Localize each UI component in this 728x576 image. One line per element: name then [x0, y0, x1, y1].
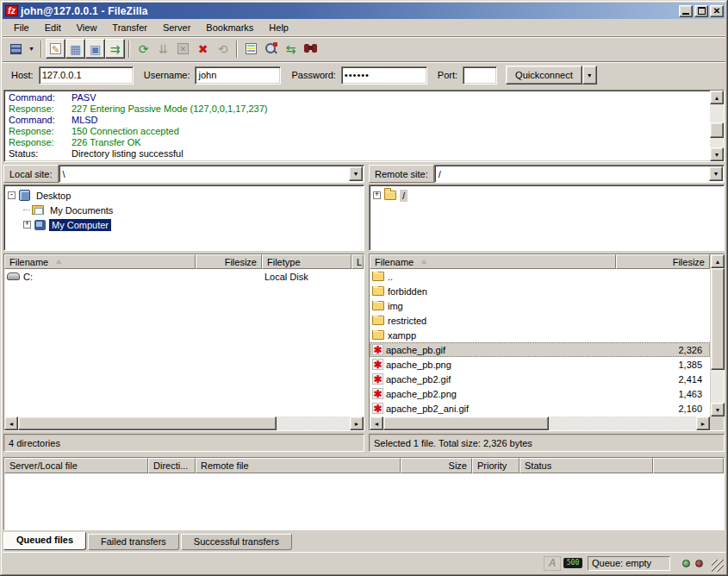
tree-item-root[interactable]: + /: [373, 188, 722, 203]
chevron-down-icon[interactable]: ▼: [349, 166, 363, 181]
folder-icon: [372, 316, 384, 325]
port-input[interactable]: [463, 66, 497, 85]
scroll-left-icon[interactable]: ◄: [4, 416, 18, 430]
menu-server[interactable]: Server: [155, 21, 198, 34]
speed-limit-icon[interactable]: 500: [563, 558, 582, 568]
file-search-button[interactable]: [301, 39, 320, 59]
refresh-button[interactable]: ⟳: [134, 39, 153, 59]
collapse-icon[interactable]: -: [8, 191, 16, 199]
tab-queued-files[interactable]: Queued files: [3, 532, 86, 550]
remote-dir-row[interactable]: forbidden: [370, 284, 710, 298]
menu-file[interactable]: File: [6, 21, 37, 34]
minimize-button[interactable]: [679, 5, 693, 17]
log-line: Response:227 Entering Passive Mode (127,…: [9, 103, 709, 115]
process-queue-button[interactable]: ⇊: [153, 39, 173, 59]
column-header-filename[interactable]: Filename▲: [370, 254, 616, 269]
transfer-type-icon[interactable]: A: [544, 556, 561, 571]
scroll-right-icon[interactable]: ►: [350, 416, 364, 430]
remote-directory-tree: + /: [369, 185, 725, 251]
menu-help[interactable]: Help: [261, 21, 296, 34]
toggle-local-tree-button[interactable]: ▦: [65, 39, 85, 59]
tree-item-my-documents[interactable]: My Documents: [8, 203, 362, 217]
close-button[interactable]: ✕: [710, 5, 724, 17]
remote-file-row[interactable]: ✱apache_pb2.gif 2,414: [370, 372, 710, 386]
password-input[interactable]: [341, 66, 427, 85]
drive-icon: [7, 272, 20, 280]
toggle-message-log-button[interactable]: ✎: [46, 39, 65, 59]
expand-icon[interactable]: +: [373, 191, 381, 199]
expand-icon[interactable]: +: [23, 221, 31, 229]
scroll-down-icon[interactable]: ▼: [710, 147, 724, 161]
scroll-right-icon[interactable]: ►: [696, 416, 710, 430]
remote-site-combobox[interactable]: / ▼: [434, 165, 725, 183]
synchronized-browsing-icon: ⇆: [286, 43, 296, 55]
local-directory-tree: - Desktop My Documents + My Computer: [3, 185, 364, 251]
reconnect-button[interactable]: ⟲: [213, 39, 233, 59]
quickconnect-dropdown[interactable]: ▼: [582, 66, 597, 85]
menu-view[interactable]: View: [69, 21, 105, 34]
scroll-up-icon[interactable]: ▲: [711, 254, 725, 268]
log-scrollbar[interactable]: ▲ ▼: [710, 91, 724, 161]
title-bar[interactable]: fz john@127.0.0.1 - FileZilla ✕: [3, 3, 725, 19]
resize-grip[interactable]: [712, 560, 724, 572]
host-input[interactable]: [39, 66, 134, 85]
disconnect-button[interactable]: ✖: [193, 39, 213, 59]
column-header-filename[interactable]: Filename▲: [4, 254, 196, 269]
queue-body[interactable]: [4, 473, 724, 529]
remote-dir-row[interactable]: img: [370, 298, 710, 313]
column-header-last-modified[interactable]: L: [352, 254, 364, 269]
scroll-down-icon[interactable]: ▼: [711, 403, 725, 416]
scrollbar-thumb[interactable]: [383, 416, 549, 430]
remote-dir-row[interactable]: restricted: [370, 313, 710, 328]
column-header-direction[interactable]: Directi...: [148, 458, 196, 473]
site-manager-button[interactable]: [6, 39, 26, 59]
local-horizontal-scrollbar[interactable]: ◄ ►: [4, 416, 364, 430]
column-header-filesize[interactable]: Filesize: [196, 254, 262, 269]
remote-dir-row[interactable]: ..: [370, 269, 710, 284]
column-header-priority[interactable]: Priority: [472, 458, 520, 473]
menu-edit[interactable]: Edit: [37, 21, 69, 34]
tree-item-desktop[interactable]: - Desktop: [8, 188, 362, 203]
remote-file-row[interactable]: ✱apache_pb.png 1,385: [370, 357, 710, 372]
remote-vertical-scrollbar[interactable]: ▲ ▼: [710, 254, 724, 416]
menu-transfer[interactable]: Transfer: [104, 21, 155, 34]
toggle-transfer-queue-button[interactable]: ⇉: [105, 39, 125, 59]
synchronized-browsing-button[interactable]: ⇆: [281, 39, 301, 59]
column-header-server-local-file[interactable]: Server/Local file: [4, 458, 148, 473]
filename-filters-button[interactable]: [261, 39, 281, 59]
menu-bookmarks[interactable]: Bookmarks: [198, 21, 261, 34]
scrollbar-thumb[interactable]: [710, 122, 724, 138]
tab-successful-transfers[interactable]: Successful transfers: [181, 534, 292, 550]
window-title: john@127.0.0.1 - FileZilla: [21, 5, 679, 17]
image-file-icon: ✱: [372, 344, 383, 355]
cancel-operation-button[interactable]: ✕: [173, 39, 193, 59]
maximize-button[interactable]: [694, 5, 708, 17]
local-file-row[interactable]: C: Local Disk: [4, 269, 364, 284]
directory-comparison-button[interactable]: [241, 39, 261, 59]
local-site-combobox[interactable]: \ ▼: [59, 165, 364, 183]
column-header-filetype[interactable]: Filetype: [262, 254, 352, 269]
toggle-remote-tree-button[interactable]: ▣: [85, 39, 105, 59]
remote-horizontal-scrollbar[interactable]: ◄ ►: [370, 416, 710, 430]
quickconnect-button[interactable]: Quickconnect: [506, 66, 582, 85]
remote-file-row[interactable]: ✱apache_pb2_ani.gif 2,160: [370, 401, 710, 416]
tab-failed-transfers[interactable]: Failed transfers: [88, 534, 179, 550]
scrollbar-thumb[interactable]: [711, 268, 725, 370]
remote-dir-row[interactable]: xampp: [370, 328, 710, 342]
scroll-up-icon[interactable]: ▲: [710, 91, 724, 104]
site-manager-dropdown[interactable]: ▼: [26, 39, 37, 59]
message-log-icon: ✎: [50, 43, 61, 54]
filter-icon: [264, 42, 277, 55]
chevron-down-icon[interactable]: ▼: [709, 166, 723, 181]
message-log-body: Command:PASV Response:227 Entering Passi…: [4, 91, 709, 161]
remote-file-row-selected[interactable]: ✱apache_pb.gif 2,326: [370, 342, 710, 357]
column-header-status[interactable]: Status: [520, 458, 653, 473]
column-header-filesize[interactable]: Filesize: [616, 254, 710, 269]
username-input[interactable]: [195, 66, 281, 85]
scroll-left-icon[interactable]: ◄: [370, 416, 383, 430]
remote-file-row[interactable]: ✱apache_pb2.png 1,463: [370, 386, 710, 401]
column-header-size[interactable]: Size: [401, 458, 472, 473]
column-header-remote-file[interactable]: Remote file: [196, 458, 401, 473]
scrollbar-thumb[interactable]: [18, 416, 277, 430]
tree-item-my-computer[interactable]: + My Computer: [8, 217, 362, 232]
